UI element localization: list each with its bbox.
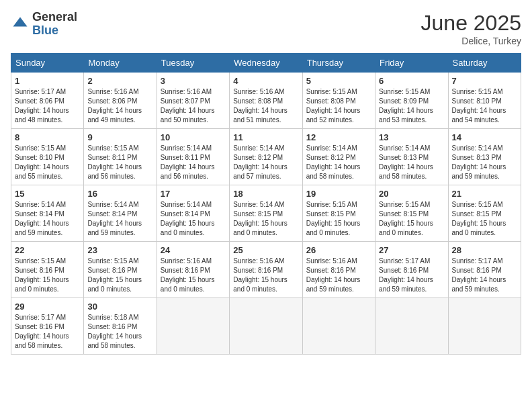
day-info: Sunrise: 5:14 AM Sunset: 8:15 PM Dayligh… [233, 200, 298, 238]
day-number: 25 [233, 245, 298, 255]
day-number: 3 [161, 76, 226, 86]
day-number: 19 [306, 189, 371, 199]
calendar-day-header: Sunday [11, 54, 84, 73]
logo-icon [11, 15, 30, 34]
calendar-day-cell: 17Sunrise: 5:14 AM Sunset: 8:14 PM Dayli… [157, 185, 229, 242]
logo-general: General [32, 11, 77, 24]
calendar-day-cell: 2Sunrise: 5:16 AM Sunset: 8:06 PM Daylig… [84, 73, 157, 129]
title-block: June 2025 Delice, Turkey [421, 11, 521, 46]
calendar-day-cell: 14Sunrise: 5:14 AM Sunset: 8:13 PM Dayli… [448, 129, 521, 185]
calendar-day-cell [375, 298, 448, 355]
calendar-header-row: SundayMondayTuesdayWednesdayThursdayFrid… [11, 54, 521, 73]
day-number: 20 [379, 189, 444, 199]
calendar-day-cell: 11Sunrise: 5:14 AM Sunset: 8:12 PM Dayli… [230, 129, 302, 185]
calendar-day-cell: 18Sunrise: 5:14 AM Sunset: 8:15 PM Dayli… [230, 185, 302, 242]
calendar-day-cell: 22Sunrise: 5:15 AM Sunset: 8:16 PM Dayli… [11, 242, 84, 298]
calendar-week-row: 22Sunrise: 5:15 AM Sunset: 8:16 PM Dayli… [11, 242, 521, 298]
day-number: 13 [379, 132, 444, 142]
calendar-week-row: 29Sunrise: 5:17 AM Sunset: 8:16 PM Dayli… [11, 298, 521, 355]
calendar-day-header: Friday [375, 54, 448, 73]
day-info: Sunrise: 5:14 AM Sunset: 8:14 PM Dayligh… [87, 200, 152, 238]
day-number: 17 [161, 189, 226, 199]
calendar-day-cell: 28Sunrise: 5:17 AM Sunset: 8:16 PM Dayli… [448, 242, 521, 298]
day-number: 16 [87, 189, 152, 199]
calendar-day-cell: 26Sunrise: 5:16 AM Sunset: 8:16 PM Dayli… [302, 242, 375, 298]
day-number: 15 [15, 189, 80, 199]
calendar-day-cell: 10Sunrise: 5:14 AM Sunset: 8:11 PM Dayli… [157, 129, 229, 185]
logo-text: General Blue [32, 11, 77, 38]
day-info: Sunrise: 5:17 AM Sunset: 8:16 PM Dayligh… [379, 257, 444, 294]
calendar-day-cell: 24Sunrise: 5:16 AM Sunset: 8:16 PM Dayli… [157, 242, 229, 298]
day-number: 10 [161, 132, 226, 142]
calendar-day-cell: 4Sunrise: 5:16 AM Sunset: 8:08 PM Daylig… [230, 73, 302, 129]
calendar-day-cell: 25Sunrise: 5:16 AM Sunset: 8:16 PM Dayli… [230, 242, 302, 298]
calendar-day-header: Thursday [302, 54, 375, 73]
day-info: Sunrise: 5:15 AM Sunset: 8:15 PM Dayligh… [306, 200, 371, 238]
calendar-day-cell: 23Sunrise: 5:15 AM Sunset: 8:16 PM Dayli… [84, 242, 157, 298]
day-info: Sunrise: 5:16 AM Sunset: 8:07 PM Dayligh… [161, 87, 226, 125]
calendar-day-cell: 13Sunrise: 5:14 AM Sunset: 8:13 PM Dayli… [375, 129, 448, 185]
day-info: Sunrise: 5:14 AM Sunset: 8:11 PM Dayligh… [161, 144, 226, 181]
day-number: 11 [233, 132, 298, 142]
calendar-day-header: Tuesday [157, 54, 229, 73]
calendar-day-cell: 21Sunrise: 5:15 AM Sunset: 8:15 PM Dayli… [448, 185, 521, 242]
day-info: Sunrise: 5:16 AM Sunset: 8:16 PM Dayligh… [233, 257, 298, 294]
calendar-day-cell: 20Sunrise: 5:15 AM Sunset: 8:15 PM Dayli… [375, 185, 448, 242]
calendar-day-cell: 3Sunrise: 5:16 AM Sunset: 8:07 PM Daylig… [157, 73, 229, 129]
page-header: General Blue June 2025 Delice, Turkey [11, 11, 521, 46]
calendar-day-cell: 29Sunrise: 5:17 AM Sunset: 8:16 PM Dayli… [11, 298, 84, 355]
day-number: 7 [452, 76, 517, 86]
day-number: 6 [379, 76, 444, 86]
day-info: Sunrise: 5:15 AM Sunset: 8:15 PM Dayligh… [452, 200, 517, 238]
day-number: 12 [306, 132, 371, 142]
day-number: 2 [87, 76, 152, 86]
calendar-day-cell [302, 298, 375, 355]
calendar-day-cell: 27Sunrise: 5:17 AM Sunset: 8:16 PM Dayli… [375, 242, 448, 298]
logo-blue: Blue [32, 24, 77, 38]
day-number: 26 [306, 245, 371, 255]
day-info: Sunrise: 5:17 AM Sunset: 8:16 PM Dayligh… [15, 313, 80, 351]
day-info: Sunrise: 5:16 AM Sunset: 8:08 PM Dayligh… [233, 87, 298, 125]
month-title: June 2025 [421, 11, 521, 36]
day-number: 5 [306, 76, 371, 86]
day-info: Sunrise: 5:15 AM Sunset: 8:15 PM Dayligh… [379, 200, 444, 238]
day-info: Sunrise: 5:15 AM Sunset: 8:10 PM Dayligh… [452, 87, 517, 125]
day-number: 18 [233, 189, 298, 199]
day-number: 21 [452, 189, 517, 199]
calendar-week-row: 15Sunrise: 5:14 AM Sunset: 8:14 PM Dayli… [11, 185, 521, 242]
day-number: 14 [452, 132, 517, 142]
day-number: 4 [233, 76, 298, 86]
day-info: Sunrise: 5:14 AM Sunset: 8:12 PM Dayligh… [306, 144, 371, 181]
day-number: 9 [87, 132, 152, 142]
day-info: Sunrise: 5:18 AM Sunset: 8:16 PM Dayligh… [87, 313, 152, 351]
day-info: Sunrise: 5:16 AM Sunset: 8:16 PM Dayligh… [306, 257, 371, 294]
day-info: Sunrise: 5:15 AM Sunset: 8:16 PM Dayligh… [87, 257, 152, 294]
day-number: 24 [161, 245, 226, 255]
calendar-day-cell: 5Sunrise: 5:15 AM Sunset: 8:08 PM Daylig… [302, 73, 375, 129]
day-info: Sunrise: 5:14 AM Sunset: 8:13 PM Dayligh… [452, 144, 517, 181]
day-info: Sunrise: 5:14 AM Sunset: 8:13 PM Dayligh… [379, 144, 444, 181]
calendar-day-cell: 19Sunrise: 5:15 AM Sunset: 8:15 PM Dayli… [302, 185, 375, 242]
day-number: 1 [15, 76, 80, 86]
day-number: 23 [87, 245, 152, 255]
calendar-day-cell: 9Sunrise: 5:15 AM Sunset: 8:11 PM Daylig… [84, 129, 157, 185]
day-number: 8 [15, 132, 80, 142]
day-info: Sunrise: 5:14 AM Sunset: 8:14 PM Dayligh… [15, 200, 80, 238]
day-number: 29 [15, 302, 80, 312]
calendar-day-header: Monday [84, 54, 157, 73]
day-info: Sunrise: 5:16 AM Sunset: 8:16 PM Dayligh… [161, 257, 226, 294]
day-number: 27 [379, 245, 444, 255]
calendar-day-header: Saturday [448, 54, 521, 73]
svg-marker-0 [13, 17, 28, 26]
day-info: Sunrise: 5:15 AM Sunset: 8:09 PM Dayligh… [379, 87, 444, 125]
location: Delice, Turkey [421, 36, 521, 46]
calendar-day-cell: 12Sunrise: 5:14 AM Sunset: 8:12 PM Dayli… [302, 129, 375, 185]
day-info: Sunrise: 5:17 AM Sunset: 8:16 PM Dayligh… [452, 257, 517, 294]
calendar-week-row: 8Sunrise: 5:15 AM Sunset: 8:10 PM Daylig… [11, 129, 521, 185]
day-number: 28 [452, 245, 517, 255]
calendar-day-cell [230, 298, 302, 355]
day-info: Sunrise: 5:15 AM Sunset: 8:11 PM Dayligh… [87, 144, 152, 181]
calendar-day-cell [448, 298, 521, 355]
day-number: 22 [15, 245, 80, 255]
day-number: 30 [87, 302, 152, 312]
